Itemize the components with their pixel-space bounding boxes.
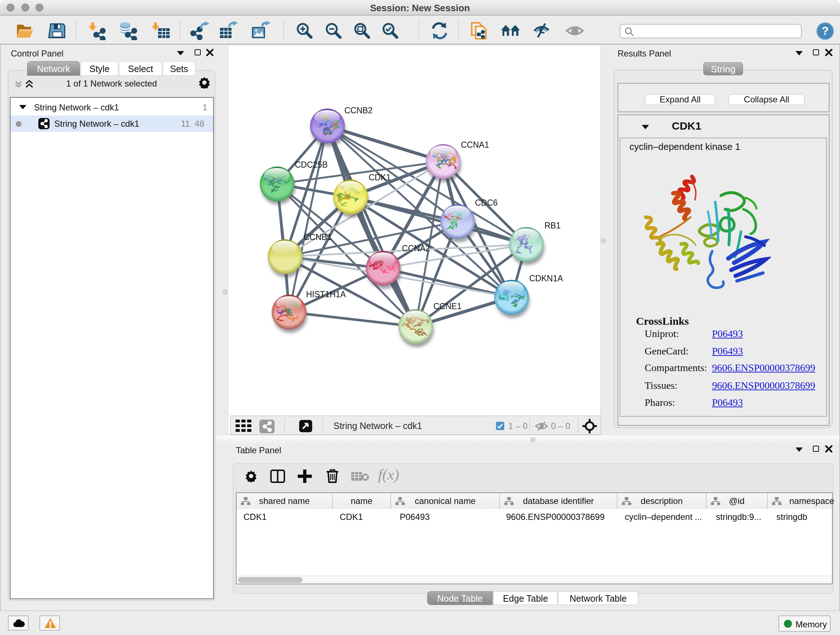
svg-text:CDC25B: CDC25B	[295, 160, 328, 169]
svg-text:CDKN1A: CDKN1A	[529, 274, 563, 283]
svg-text:CCNE1: CCNE1	[433, 302, 462, 311]
svg-text:RB1: RB1	[545, 221, 561, 230]
svg-text:CCNA2: CCNA2	[402, 244, 430, 253]
svg-text:CDC6: CDC6	[475, 198, 498, 207]
svg-text:HIST1H1A: HIST1H1A	[306, 290, 346, 299]
svg-text:CCNA1: CCNA1	[461, 140, 489, 149]
svg-text:CCNB1: CCNB1	[303, 233, 332, 242]
svg-text:?: ?	[821, 24, 829, 37]
svg-text:CDK1: CDK1	[369, 173, 391, 182]
svg-text:CCNB2: CCNB2	[344, 106, 373, 115]
